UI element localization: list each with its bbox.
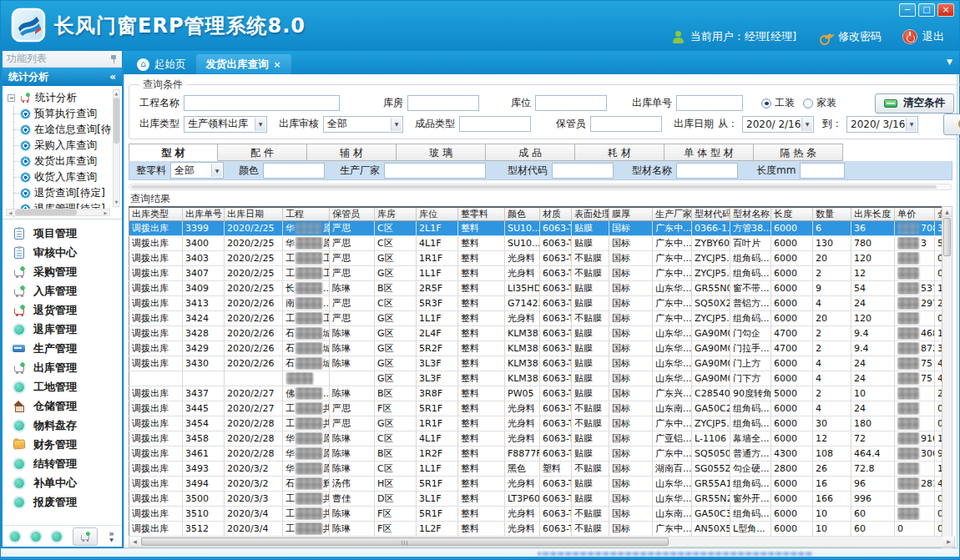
table-row[interactable]: 调拨出库35102020/3/4工共工程陈琳F区5R1F整料光身料6063-T5… — [129, 507, 952, 522]
scroll-right-icon[interactable]: ▶ — [943, 537, 954, 547]
scroll-right-icon[interactable]: ▶ — [102, 209, 109, 215]
scroll-up-icon[interactable]: ▲ — [114, 90, 119, 98]
table-row[interactable]: 调拨出库34582020/2/28华原...陈琳C区4L1F整料光身料6063-… — [129, 431, 952, 446]
sidebar-item-入库管理[interactable]: 入库管理 — [3, 281, 122, 300]
table-row[interactable]: 调拨出库34302020/2/26石城陈琳G区3L3F整料KLM38176063… — [129, 356, 952, 371]
sidebar-item-仓储管理[interactable]: 仓储管理 — [3, 396, 122, 416]
scroll-left-icon[interactable]: ◀ — [129, 537, 140, 547]
profile-code-input[interactable] — [552, 163, 614, 179]
maximize-button[interactable]: □ — [918, 3, 935, 17]
stats-section-header[interactable]: 统计分析 « — [3, 68, 122, 86]
circle-icon[interactable] — [31, 532, 41, 542]
radio-gongzhuang[interactable] — [761, 98, 771, 108]
tab-shipment-outbound-query[interactable]: 发货出库查询 × — [196, 54, 291, 74]
material-tab-成品[interactable]: 成 品 — [486, 144, 575, 161]
minimize-button[interactable]: ─ — [899, 3, 916, 17]
column-header[interactable]: 出库类型 — [129, 207, 183, 221]
material-tab-辅材[interactable]: 辅 材 — [307, 144, 397, 161]
grid-horizontal-scrollbar[interactable]: ◀ ▶ — [129, 537, 955, 547]
material-tab-隔热条[interactable]: 隔 热 条 — [754, 144, 843, 161]
table-row[interactable]: 调拨出库34932020/3/2华原...陈琳C区1L1F整料黑色塑料不贴膜国标… — [129, 462, 952, 477]
expander-icon[interactable] — [8, 94, 15, 102]
material-tab-单体型材[interactable]: 单 体 型 材 — [664, 144, 754, 161]
column-header[interactable]: 出库长度 — [851, 207, 895, 221]
tree-root[interactable]: 统计分析 — [8, 89, 112, 106]
logout-link[interactable]: 退出 — [922, 29, 944, 44]
column-header[interactable]: 整零料 — [458, 207, 505, 221]
table-row[interactable]: 调拨出库34292020/2/26石城陈琳G区5R2F整料KLM38176063… — [129, 341, 952, 356]
table-row[interactable]: 调拨出库34032020/2/25工工程严思G区1R1F整料光身料6063-T5… — [129, 251, 952, 266]
material-tab-耗材[interactable]: 耗 材 — [575, 144, 664, 161]
column-header[interactable]: 型材名称 — [730, 207, 771, 221]
tree-vertical-scrollbar[interactable]: ▲ ▼ — [113, 89, 120, 207]
table-row[interactable]: 调拨出库34542020/2/28工共工程严思G区1R1F整料光身料6063-T… — [129, 416, 952, 431]
scroll-up-icon[interactable]: ▲ — [942, 207, 952, 217]
scroll-down-icon[interactable]: ▼ — [114, 199, 119, 206]
whole-part-select[interactable]: 全部 ▼ — [170, 162, 224, 179]
column-header[interactable]: 长度 — [771, 207, 813, 221]
column-header[interactable]: 保管员 — [330, 207, 375, 221]
sidebar-item-工地管理[interactable]: 工地管理 — [3, 377, 122, 396]
sidebar-item-采购管理[interactable]: 采购管理 — [3, 262, 122, 281]
column-header[interactable]: 单价 — [895, 207, 935, 221]
location-input[interactable] — [535, 95, 607, 111]
pin-icon[interactable] — [109, 54, 118, 64]
project-name-input[interactable] — [184, 95, 340, 111]
table-row[interactable]: 调拨出库35002020/3/3工共工程曹佳D区3L1F整料LT3P606063… — [129, 492, 952, 507]
sidebar-item-项目管理[interactable]: 项目管理 — [3, 224, 122, 243]
table-row[interactable]: 调拨出库34372020/2/27佛...陈琳B区3R8F整料PW056063-… — [129, 386, 952, 401]
table-row[interactable]: 调拨出库34132020/2/26南...严思C区5R3F整料G71422606… — [129, 296, 952, 311]
toolbar-overflow[interactable]: » ▼ — [109, 531, 114, 542]
circle-icon[interactable] — [52, 532, 62, 542]
column-header[interactable]: 数量 — [813, 207, 851, 221]
material-tab-型材[interactable]: 型 材 — [129, 144, 218, 161]
column-header[interactable]: 工程 — [283, 207, 330, 221]
scroll-left-icon[interactable]: ◀ — [7, 209, 14, 215]
sidebar-item-生产管理[interactable]: 生产管理 — [3, 339, 122, 358]
radio-jiazhuang[interactable] — [803, 98, 813, 108]
table-row[interactable]: 调拨出库34282020/2/26石城陈琳G区2L4F整料KLM38176063… — [129, 326, 952, 341]
grid-vertical-scrollbar[interactable]: ▲ ▼ — [942, 206, 952, 550]
scrollbar-thumb[interactable] — [141, 537, 669, 546]
tab-home[interactable]: 起始页 — [127, 54, 196, 74]
column-header[interactable]: 型材代码 — [692, 207, 730, 221]
column-header[interactable]: 表面处理 — [572, 207, 609, 221]
close-button[interactable]: × — [937, 3, 954, 17]
table-row[interactable]: 调拨出库34072020/2/25工工程严思G区1L1F整料光身料6063-T5… — [129, 266, 952, 281]
order-no-input[interactable] — [676, 95, 743, 111]
table-row[interactable]: 调拨出库34452020/2/27工共工程严思F区5R1F整料光身料6063-T… — [129, 401, 952, 416]
tree-item[interactable]: 发货出库查询 — [8, 154, 112, 169]
tree-horizontal-scrollbar[interactable]: ◀ ▶ — [6, 209, 110, 216]
sidebar-item-退货管理[interactable]: 退货管理 — [3, 300, 122, 320]
length-input[interactable] — [800, 163, 845, 179]
outbound-audit-select[interactable]: 全部 ▼ — [323, 116, 403, 133]
warehouse-input[interactable] — [407, 95, 479, 111]
column-header[interactable]: 颜色 — [505, 207, 540, 221]
collapse-icon[interactable]: « — [109, 71, 116, 83]
filter-horizontal-scrollbar[interactable] — [129, 184, 952, 190]
outbound-type-select[interactable]: 生产领料出库 ▼ — [184, 116, 267, 133]
profile-name-input[interactable] — [676, 163, 738, 179]
sidebar-item-物料盘存[interactable]: 物料盘存 — [3, 416, 122, 435]
sidebar-item-结转管理[interactable]: 结转管理 — [3, 454, 122, 473]
column-header[interactable]: 膜厚 — [609, 207, 653, 221]
tree-item[interactable]: 预算执行查询 — [8, 106, 112, 122]
sidebar-item-报废管理[interactable]: 报废管理 — [3, 492, 122, 512]
tree-item[interactable]: 收货入库查询 — [8, 169, 112, 185]
tree-item[interactable]: 采购入库查询 — [8, 138, 112, 154]
sidebar-item-退库管理[interactable]: 退库管理 — [3, 320, 122, 339]
manufacturer-input[interactable] — [384, 163, 486, 179]
column-header[interactable]: 出库日期 — [225, 207, 283, 221]
table-row[interactable]: G区3L3F整料KLM38176063-T5贴膜国标山东华...GA90M09.… — [129, 371, 952, 386]
sidebar-item-审核中心[interactable]: 审核中心 — [3, 243, 122, 262]
search-button[interactable]: 查 询 — [943, 114, 960, 135]
circle-icon[interactable] — [10, 532, 20, 542]
tree-item[interactable]: 退货查询[待定] — [8, 185, 112, 201]
table-row[interactable]: 调拨出库34242020/2/26工工程严思G区1L1F整料光身料6063-T5… — [129, 311, 952, 326]
tree-item[interactable]: 在途信息查询[待 — [8, 122, 112, 138]
column-header[interactable]: 库房 — [375, 207, 417, 221]
sidebar-item-财务管理[interactable]: 财务管理 — [3, 435, 122, 454]
table-row[interactable]: 调拨出库35122020/3/4工共工程陈琳F区1L2F整料光身料6063-T5… — [129, 522, 952, 537]
keeper-input[interactable] — [590, 116, 662, 132]
column-header[interactable]: 出库单号 — [183, 207, 225, 221]
